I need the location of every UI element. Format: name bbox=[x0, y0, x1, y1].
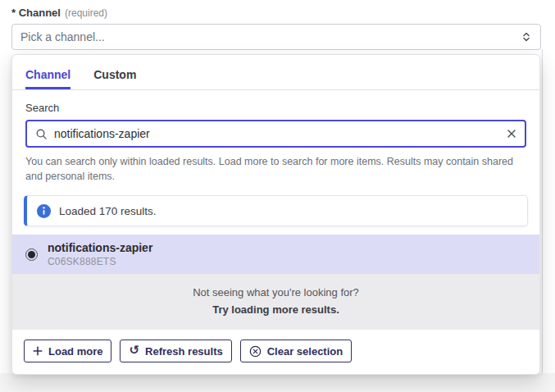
search-box bbox=[25, 120, 526, 148]
info-banner: Loaded 170 results. bbox=[24, 195, 528, 226]
tab-channel-label: Channel bbox=[25, 68, 71, 81]
chevron-up-down-icon bbox=[521, 31, 532, 43]
refresh-results-label: Refresh results bbox=[145, 345, 223, 358]
search-icon bbox=[35, 128, 48, 140]
tab-custom-label: Custom bbox=[93, 68, 136, 81]
search-section: Search bbox=[12, 90, 539, 148]
load-more-prompt: Not seeing what you're looking for? Try … bbox=[12, 274, 539, 330]
refresh-results-button[interactable]: ↺ Refresh results bbox=[120, 340, 231, 362]
load-more-label: Load more bbox=[48, 345, 102, 358]
radio-selected-icon bbox=[25, 248, 38, 261]
load-more-prompt-line2: Try loading more results. bbox=[20, 303, 531, 316]
tab-channel[interactable]: Channel bbox=[25, 68, 71, 89]
info-banner-text: Loaded 170 results. bbox=[59, 205, 157, 217]
form-right-border bbox=[542, 49, 543, 392]
channel-name: notifications-zapier bbox=[48, 241, 152, 254]
clear-search-icon[interactable] bbox=[507, 129, 516, 139]
channel-field-label: * Channel(required) bbox=[11, 7, 107, 19]
search-label: Search bbox=[25, 102, 526, 114]
search-input[interactable] bbox=[54, 127, 500, 140]
tab-bar: Channel Custom bbox=[12, 55, 539, 90]
clear-selection-button[interactable]: Clear selection bbox=[240, 340, 353, 362]
x-circle-icon bbox=[249, 345, 262, 358]
info-banner-wrap: Loaded 170 results. bbox=[12, 190, 539, 235]
refresh-icon: ↺ bbox=[129, 344, 139, 357]
field-label-text: * Channel bbox=[11, 7, 61, 19]
tab-custom[interactable]: Custom bbox=[93, 68, 136, 89]
channel-option-row[interactable]: notifications-zapier C06SK888ETS bbox=[12, 235, 539, 274]
action-buttons: Load more ↺ Refresh results Clear select… bbox=[12, 330, 539, 374]
load-more-button[interactable]: Load more bbox=[24, 340, 111, 362]
page-background-strip bbox=[0, 373, 555, 392]
channel-id: C06SK888ETS bbox=[48, 256, 152, 267]
select-placeholder: Pick a channel... bbox=[20, 30, 521, 43]
channel-dropdown-panel: Channel Custom Search You can search bbox=[11, 54, 540, 375]
clear-selection-label: Clear selection bbox=[267, 345, 343, 358]
search-help-text: You can search only within loaded result… bbox=[12, 148, 539, 190]
channel-select[interactable]: Pick a channel... bbox=[11, 24, 541, 50]
channel-option-texts: notifications-zapier C06SK888ETS bbox=[48, 241, 152, 267]
field-required-hint: (required) bbox=[65, 7, 107, 19]
info-icon bbox=[37, 204, 51, 218]
plus-icon bbox=[33, 346, 43, 356]
load-more-prompt-line1: Not seeing what you're looking for? bbox=[20, 286, 531, 299]
